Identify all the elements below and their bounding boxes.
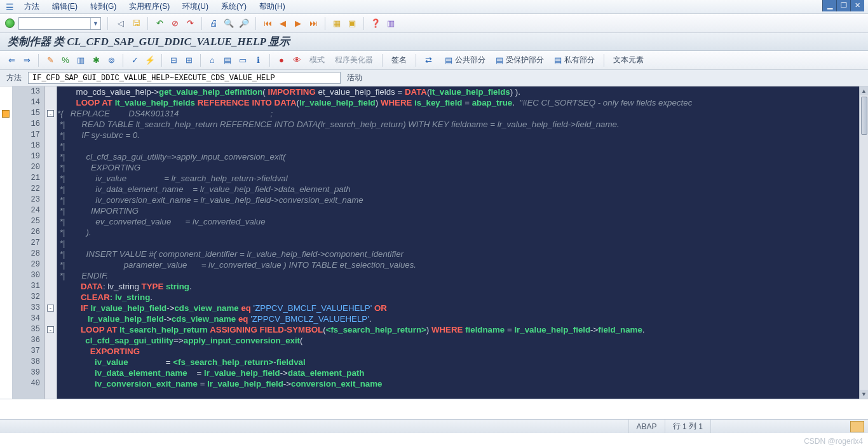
menu-util[interactable]: 实用程序(S) [123,1,176,12]
code-line[interactable]: CLEAR: lv_string. [57,292,859,303]
close-button[interactable]: ✕ [850,0,864,11]
code-line[interactable]: iv_data_element_name = lr_value_help_fie… [57,368,859,378]
scroll-up-icon[interactable]: ▲ [860,86,868,95]
ok-icon[interactable] [5,18,15,28]
code-line[interactable]: *| iv_data_element_name = lr_value_help_… [57,184,859,195]
scroll-thumb[interactable] [861,97,867,135]
win-icon[interactable]: ▭ [236,54,249,67]
code-line[interactable]: *| ev_converted_value = lv_converted_val… [57,216,859,227]
first-icon[interactable]: ⏮ [261,17,274,30]
code-line[interactable]: mo_cds_value_help->get_value_help_defini… [57,86,859,97]
tree2-icon[interactable]: ▤ [221,54,234,67]
display-icon[interactable]: ✎ [44,54,57,67]
code-line[interactable]: *{ REPLACE DS4K901314 ; [57,108,859,119]
code-line[interactable]: IF lr_value_help_field->cds_view_name eq… [57,303,859,313]
other-icon[interactable]: ▥ [74,54,87,67]
text-elem-btn[interactable]: 文本元素 [609,54,648,67]
code-line[interactable]: *| cl_cfd_sap_gui_utility=>apply_input_c… [57,151,859,162]
activate-icon[interactable]: ⚡ [144,54,156,67]
fold-toggle[interactable]: - [47,326,54,333]
code-line[interactable]: EXPORTING [57,346,859,357]
chevron-down-icon[interactable]: ▼ [90,18,100,29]
code-line[interactable]: iv_value = <fs_search_help_return>-field… [57,357,859,368]
info-icon[interactable]: ℹ [252,54,264,67]
menu-env[interactable]: 环境(U) [176,1,215,12]
line-label: 行 [673,421,681,432]
code-line[interactable]: LOOP AT lt_search_help_return ASSIGNING … [57,324,859,335]
code-line[interactable]: *| IF sy-subrc = 0. [57,130,859,141]
cancel-icon[interactable]: ⊘ [168,17,181,30]
public-btn[interactable]: ▤公共部分 [441,54,489,67]
code-line[interactable]: *| EXPORTING [57,162,859,173]
session-icon[interactable] [850,421,864,432]
code-line[interactable]: *| INSERT VALUE #( component_identifier … [57,249,859,259]
code-area[interactable]: mo_cds_value_help->get_value_help_defini… [57,86,859,399]
code-line[interactable]: DATA: lv_string TYPE string. [57,281,859,292]
active-icon[interactable]: ✱ [90,54,102,67]
code-line[interactable]: *| iv_conversion_exit_name = lr_value_he… [57,195,859,205]
code-line[interactable]: cl_cfd_sap_gui_utility=>apply_input_conv… [57,335,859,346]
code-line[interactable]: iv_conversion_exit_name = lr_value_help_… [57,378,859,389]
code-line[interactable]: lr_value_help_field->cds_view_name eq 'Z… [57,313,859,324]
line-marker-icon[interactable] [2,110,10,118]
menu-goto[interactable]: 转到(G) [84,1,123,12]
signature-btn[interactable]: 签名 [388,54,410,67]
line-number: 30 [13,270,44,281]
private-btn[interactable]: ▤私有部分 [550,54,599,67]
code-editor[interactable]: 1314151617181920212223242526272829303132… [13,86,868,399]
inact-icon[interactable]: ⊚ [105,54,118,67]
find-next-icon[interactable]: 🔎 [238,17,250,30]
find-icon[interactable]: 🔍 [222,17,235,30]
fwd2-icon[interactable]: ⇒ [20,54,33,67]
code-line[interactable]: *| IMPORTING [57,205,859,216]
code-line[interactable]: *| READ TABLE lt_search_help_return REFE… [57,119,859,130]
bp-icon[interactable]: ● [275,54,288,67]
sess-icon[interactable]: ▥ [384,17,397,30]
menu-method[interactable]: 方法 [18,1,46,12]
maximize-button[interactable]: ❐ [836,0,850,11]
fold-toggle[interactable]: - [47,110,54,117]
line-number: 40 [13,378,44,389]
code-line[interactable]: *| ENDIF. [57,270,859,281]
redo-icon[interactable]: ↷ [184,17,196,30]
menu-system[interactable]: 系统(Y) [215,1,253,12]
save-icon[interactable]: 🖫 [130,17,142,30]
where-icon[interactable]: ⊟ [167,54,180,67]
exchange-btn[interactable]: ⇄ [421,54,438,67]
code-line[interactable]: *| parameter_value = lv_converted_value … [57,259,859,270]
layout2-icon[interactable]: ▣ [346,17,358,30]
scroll-down-icon[interactable]: ▼ [860,390,868,399]
fold-toggle[interactable]: - [47,305,54,312]
back2-icon[interactable]: ⇐ [5,54,18,67]
check-icon[interactable]: ✓ [128,54,141,67]
watch-icon[interactable]: 👁 [290,54,303,67]
command-field[interactable]: ▼ [18,17,101,30]
protected-btn[interactable]: ▤受保护部分 [492,54,548,67]
vertical-scrollbar[interactable]: ▲ ▼ [859,86,868,399]
code-line[interactable]: *| [57,238,859,249]
menu-help[interactable]: 帮助(H) [253,1,292,12]
code-line[interactable]: *| ). [57,227,859,238]
minimize-button[interactable]: ▁ [822,0,836,11]
code-line[interactable]: *| [57,141,859,151]
separator [200,54,201,67]
menu-edit[interactable]: 编辑(E) [46,1,84,12]
env-icon[interactable]: ⊞ [182,54,195,67]
separator [107,17,108,30]
print-icon[interactable]: 🖨 [207,17,220,30]
back-icon[interactable]: ◁ [114,17,127,30]
line-number: 18 [13,141,44,151]
method-name-field[interactable] [28,72,341,84]
code-line[interactable]: LOOP AT lt_value_help_fields REFERENCE I… [57,97,859,108]
last-icon[interactable]: ⏭ [307,17,320,30]
change-icon[interactable]: % [59,54,72,67]
tree1-icon[interactable]: ⌂ [206,54,219,67]
next-icon[interactable]: ▶ [292,17,304,30]
sap-menu-icon[interactable]: ☰ [4,1,15,13]
help-icon[interactable]: ❓ [369,17,382,30]
line-number: 32 [13,292,44,303]
prev-icon[interactable]: ◀ [276,17,289,30]
layout1-icon[interactable]: ▦ [330,17,343,30]
undo-icon[interactable]: ↶ [153,17,166,30]
code-line[interactable]: *| iv_value = lr_search_help_return->fie… [57,173,859,184]
